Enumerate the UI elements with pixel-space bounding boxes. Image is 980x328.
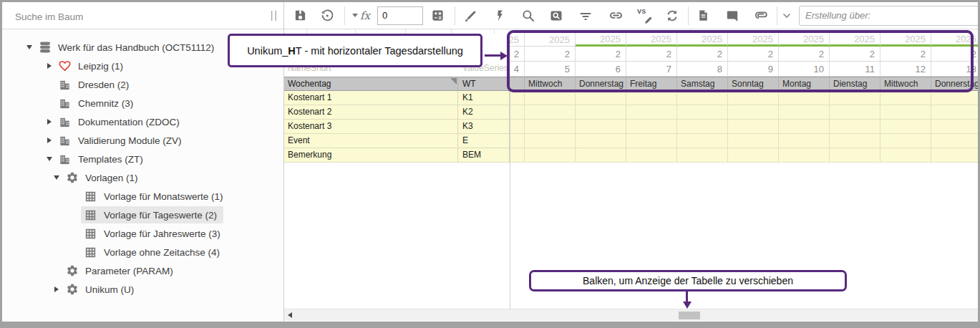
tree-search-input[interactable] bbox=[14, 7, 253, 26]
expander-expanded-icon[interactable] bbox=[51, 172, 62, 183]
grid-cell-empty[interactable] bbox=[525, 105, 576, 120]
grid-cell-empty[interactable] bbox=[880, 148, 931, 163]
tree-item-dresden-2[interactable]: Dresden (2) bbox=[2, 75, 283, 94]
refresh-button[interactable] bbox=[664, 6, 681, 26]
search-button[interactable] bbox=[520, 6, 537, 26]
grid-cell-empty[interactable] bbox=[880, 91, 931, 105]
tree-item-unikum-u[interactable]: Unikum (U) bbox=[2, 280, 283, 299]
grid-cell-empty[interactable] bbox=[626, 134, 677, 148]
timeline-month-cell[interactable]: 2 bbox=[626, 47, 677, 62]
timeline-month-cell[interactable]: 2 bbox=[677, 47, 728, 62]
grid-cell-empty[interactable] bbox=[626, 120, 677, 134]
grid-cell-name[interactable]: Bemerkung bbox=[283, 148, 458, 163]
grid-cell-empty[interactable] bbox=[626, 105, 677, 120]
grid-cell-name[interactable]: Kostenart 3 bbox=[283, 120, 458, 134]
tree-item-chemnitz-3[interactable]: Chemnitz (3) bbox=[2, 94, 283, 112]
grid-cell-name[interactable]: Kostenart 2 bbox=[283, 105, 458, 120]
timeline-year-cell[interactable]: 2025 bbox=[677, 32, 728, 47]
timeline-wkd-cell[interactable] bbox=[510, 77, 525, 91]
vs-edit-button[interactable]: vs bbox=[636, 7, 653, 24]
grid-cell-empty[interactable] bbox=[510, 134, 525, 148]
grid-cell-empty[interactable] bbox=[830, 91, 880, 105]
timeline-wkd-cell[interactable]: Montag bbox=[779, 77, 830, 91]
grid-cell-empty[interactable] bbox=[510, 148, 525, 163]
grid-cell-empty[interactable] bbox=[576, 134, 626, 148]
timeline-month-cell[interactable]: 2 bbox=[525, 47, 576, 62]
grid-cell-empty[interactable] bbox=[931, 105, 978, 120]
tree-item-templates-zt[interactable]: Templates (ZT) bbox=[2, 150, 283, 168]
timeline-month-cell[interactable]: 2 bbox=[576, 47, 626, 62]
grid-cell-empty[interactable] bbox=[931, 91, 978, 105]
grid-cell-empty[interactable] bbox=[510, 105, 525, 120]
timeline-year-cell[interactable]: 2025 bbox=[626, 32, 677, 47]
timeline-month-cell[interactable]: 2 bbox=[931, 47, 978, 62]
timeline-day-cell[interactable]: 6 bbox=[576, 62, 626, 77]
grid-cell-code[interactable]: BEM bbox=[458, 148, 510, 163]
grid-cell-empty[interactable] bbox=[830, 148, 880, 163]
grid-cell-empty[interactable] bbox=[576, 91, 626, 105]
grid-cell-empty[interactable] bbox=[626, 148, 677, 163]
timeline-year-cell[interactable]: 2025 bbox=[880, 32, 931, 47]
grid-cell-empty[interactable] bbox=[677, 91, 728, 105]
grid-cell-empty[interactable] bbox=[779, 134, 830, 148]
timeline-year-cell[interactable]: 2025 bbox=[931, 32, 978, 47]
timeline-day-cell[interactable]: 11 bbox=[830, 62, 880, 77]
timeline-month-cell[interactable]: 2 bbox=[880, 47, 931, 62]
expander-expanded-icon[interactable] bbox=[44, 153, 55, 165]
grid-cell-code[interactable]: K3 bbox=[458, 120, 510, 134]
timeline-day-cell[interactable]: 9 bbox=[728, 62, 779, 77]
grid-cell-empty[interactable] bbox=[677, 134, 728, 148]
grid-cell-empty[interactable] bbox=[880, 105, 931, 120]
grid-cell-empty[interactable] bbox=[677, 148, 728, 163]
grid-cell-empty[interactable] bbox=[830, 134, 880, 148]
formula-dropdown-button[interactable]: fx bbox=[352, 9, 370, 22]
grid-cell-empty[interactable] bbox=[728, 91, 779, 105]
flash-button[interactable] bbox=[492, 6, 509, 26]
grid-cell-empty[interactable] bbox=[576, 105, 626, 120]
timeline-day-cell[interactable]: 7 bbox=[626, 62, 677, 77]
document-button[interactable] bbox=[694, 6, 712, 26]
grid-cell-empty[interactable] bbox=[525, 91, 576, 105]
timeline-wkd-cell[interactable]: Mittwoch bbox=[525, 77, 576, 91]
column-header-wt[interactable]: WT bbox=[458, 77, 510, 91]
timeline-wkd-cell[interactable]: Freitag bbox=[626, 77, 677, 91]
timeline-wkd-cell[interactable]: Donnerstag bbox=[931, 77, 978, 91]
grid-cell-empty[interactable] bbox=[728, 120, 779, 134]
timeline-wkd-cell[interactable]: Sonntag bbox=[728, 77, 779, 91]
timeline-wkd-cell[interactable]: Donnerstag bbox=[576, 77, 626, 91]
timeline-month-cell[interactable]: 2 bbox=[510, 47, 525, 62]
save-button[interactable] bbox=[291, 6, 309, 26]
grid-cell-empty[interactable] bbox=[728, 134, 779, 148]
timeline-day-cell[interactable]: 5 bbox=[525, 62, 576, 77]
column-header-wochentag[interactable]: Wochentag bbox=[283, 77, 458, 91]
grid-cell-empty[interactable] bbox=[779, 148, 830, 163]
grid-cell-empty[interactable] bbox=[626, 91, 677, 105]
timeline-month-cell[interactable]: 2 bbox=[728, 47, 779, 62]
expander-collapsed-icon[interactable] bbox=[44, 60, 55, 72]
tree-item-vorlage-f-r-jahreswerte-3[interactable]: Vorlage für Jahreswerte (3) bbox=[2, 224, 283, 243]
grid-cell-name[interactable]: Kostenart 1 bbox=[283, 91, 458, 105]
link-button[interactable] bbox=[607, 6, 624, 26]
grid-cell-empty[interactable] bbox=[880, 120, 931, 134]
history-button[interactable] bbox=[319, 6, 336, 26]
grid-cell-empty[interactable] bbox=[779, 105, 830, 120]
grid-cell-empty[interactable] bbox=[779, 91, 830, 105]
tree-item-vorlage-f-r-monatswerte-1[interactable]: Vorlage für Monatswerte (1) bbox=[2, 187, 283, 206]
timeline-year-cell[interactable]: 2025 bbox=[576, 32, 626, 47]
tree-item-vorlagen-1[interactable]: Vorlagen (1) bbox=[2, 168, 283, 187]
grid-cell-code[interactable]: E bbox=[458, 134, 510, 148]
tree-item-dokumentation-zdoc[interactable]: Dokumentation (ZDOC) bbox=[2, 112, 283, 131]
grid-cell-empty[interactable] bbox=[830, 105, 880, 120]
grid-cell-empty[interactable] bbox=[576, 120, 626, 134]
grid-cell-empty[interactable] bbox=[525, 120, 576, 134]
collapse-toolbar-button[interactable] bbox=[780, 6, 793, 26]
grid-cell-empty[interactable] bbox=[510, 91, 525, 105]
scrollbar-thumb[interactable] bbox=[679, 312, 700, 319]
grid-cell-empty[interactable] bbox=[931, 120, 978, 134]
timeline-day-cell[interactable]: 8 bbox=[677, 62, 728, 77]
expander-collapsed-icon[interactable] bbox=[44, 135, 55, 146]
grid-cell-code[interactable]: K2 bbox=[458, 105, 510, 120]
timeline-month-cell[interactable]: 2 bbox=[830, 47, 880, 62]
grid-cell-empty[interactable] bbox=[525, 148, 576, 163]
grid-cell-empty[interactable] bbox=[576, 148, 626, 163]
